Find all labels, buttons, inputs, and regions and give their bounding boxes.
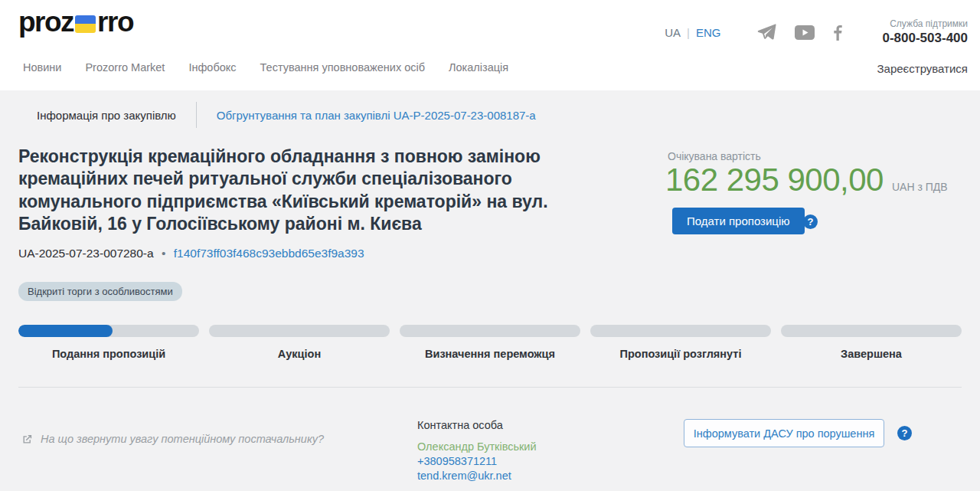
- language-switcher: UA | ENG: [665, 26, 720, 39]
- stage-label: Пропозиції розглянуті: [590, 348, 771, 360]
- tab-divider: [196, 102, 197, 128]
- submit-proposal-button[interactable]: Подати пропозицію: [672, 208, 805, 234]
- section-divider: [18, 387, 962, 388]
- stage-bar: [209, 325, 390, 337]
- social-links: [757, 24, 842, 41]
- contact-person-label: Контактна особа: [417, 418, 537, 433]
- supplier-note-link[interactable]: На що звернути увагу потенційному постач…: [21, 433, 324, 445]
- lang-ua[interactable]: UA: [665, 26, 681, 39]
- stage: Аукціон: [209, 325, 390, 360]
- support-phone: 0-800-503-400: [882, 31, 968, 46]
- nav-item-news[interactable]: Новини: [23, 61, 61, 74]
- report-violation-dasu-button[interactable]: Інформувати ДАСУ про порушення: [684, 419, 884, 447]
- tender-stages: Подання пропозицій Аукціон Визначення пе…: [18, 325, 962, 360]
- tender-id-row: UA-2025-07-23-007280-a • f140f73ff03f468…: [18, 247, 364, 260]
- tender-hash-link[interactable]: f140f73ff03f468c93ebbd65e3f9a393: [174, 247, 364, 260]
- header: proz rro UA | ENG Служба підтримки 0-800…: [0, 0, 980, 90]
- id-separator-dot: •: [162, 247, 165, 260]
- telegram-icon[interactable]: [757, 24, 776, 41]
- logo-text-left: proz: [18, 6, 74, 38]
- supplier-note-text: На що звернути увагу потенційному постач…: [41, 433, 324, 445]
- stage: Завершена: [781, 325, 962, 360]
- nav-item-market[interactable]: Prozorro Market: [85, 61, 165, 74]
- register-link[interactable]: Зареєструватися: [877, 62, 968, 75]
- help-icon[interactable]: ?: [897, 426, 912, 440]
- ukraine-flag-icon: [75, 15, 96, 33]
- procedure-type-badge: Відкриті торги з особливостями: [18, 282, 182, 301]
- stage: Пропозиції розглянуті: [590, 325, 771, 360]
- main-nav: Новини Prozorro Market Інфобокс Тестуван…: [23, 61, 508, 74]
- nav-item-testing[interactable]: Тестування уповноважених осіб: [260, 61, 425, 74]
- expected-value: 162 295 900,00 UAH з ПДВ: [665, 162, 948, 198]
- contact-person-name: Олександр Бутківський: [417, 440, 537, 454]
- contact-phone-link[interactable]: +380958371211: [417, 454, 537, 469]
- stage-bar: [781, 325, 962, 337]
- stage-bar: [400, 325, 580, 337]
- stage-label: Подання пропозицій: [18, 348, 199, 360]
- contact-block: Контактна особа Олександр Бутківський +3…: [417, 418, 537, 483]
- header-right: UA | ENG Служба підтримки 0-800-503-400: [665, 18, 968, 46]
- lang-eng[interactable]: ENG: [696, 26, 721, 39]
- external-link-icon: [21, 434, 33, 445]
- stage: Визначення переможця: [400, 325, 580, 360]
- tender-tabs: Інформація про закупівлю Обгрунтування т…: [37, 103, 536, 127]
- stage-progress-fill: [18, 325, 113, 337]
- facebook-icon[interactable]: [833, 25, 842, 41]
- logo-text-right: rro: [97, 6, 133, 38]
- stage-bar: [18, 325, 199, 337]
- help-icon[interactable]: ?: [803, 214, 818, 229]
- stage-label: Визначення переможця: [400, 348, 580, 360]
- stage-label: Аукціон: [209, 348, 390, 360]
- contact-email-link[interactable]: tend.krem@ukr.net: [417, 469, 537, 483]
- support-label: Служба підтримки: [882, 18, 968, 29]
- tender-title: Реконструкція кремаційного обладнання з …: [18, 146, 616, 236]
- tender-id: UA-2025-07-23-007280-a: [18, 247, 154, 260]
- stage-bar: [590, 325, 771, 337]
- support-block: Служба підтримки 0-800-503-400: [882, 18, 968, 46]
- prozorro-logo[interactable]: proz rro: [18, 6, 133, 38]
- nav-item-localization[interactable]: Локалізація: [449, 61, 508, 74]
- youtube-icon[interactable]: [795, 25, 815, 40]
- nav-item-infobox[interactable]: Інфобокс: [188, 61, 236, 74]
- tab-procurement-info[interactable]: Інформація про закупівлю: [37, 109, 176, 122]
- stage: Подання пропозицій: [18, 325, 199, 360]
- expected-value-amount: 162 295 900,00: [665, 162, 884, 198]
- expected-value-currency: UAH з ПДВ: [892, 181, 948, 193]
- stage-label: Завершена: [781, 348, 962, 360]
- expected-value-label: Очікувана вартість: [668, 150, 761, 162]
- lang-separator: |: [687, 26, 690, 39]
- tab-justification-plan-link[interactable]: Обгрунтування та план закупівлі UA-P-202…: [217, 109, 536, 122]
